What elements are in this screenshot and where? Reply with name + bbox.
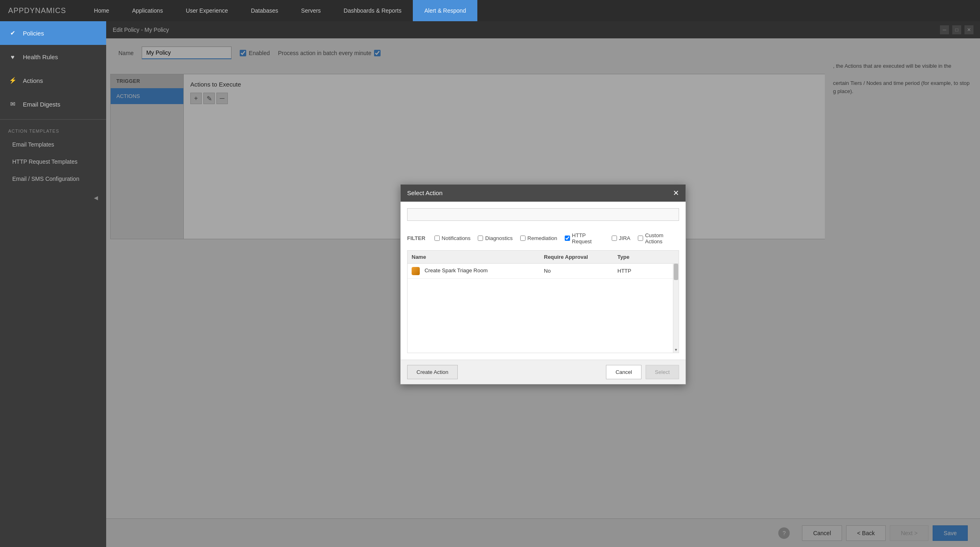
- filter-remediation-label: Remediation: [528, 235, 557, 241]
- edit-policy-window: Edit Policy - My Policy ─ □ ✕ Name Enabl…: [106, 21, 980, 547]
- modal-close-btn[interactable]: ✕: [673, 189, 679, 197]
- sidebar-item-actions[interactable]: ⚡ Actions: [0, 69, 106, 92]
- nav-home[interactable]: Home: [82, 0, 120, 21]
- modal-footer-right: Cancel Select: [606, 365, 679, 379]
- row-name-cell: Create Spark Triage Room: [412, 267, 544, 275]
- col-require-approval: Require Approval: [544, 254, 617, 260]
- sidebar-item-http-request-templates[interactable]: HTTP Request Templates: [0, 153, 106, 170]
- modal-title: Select Action: [407, 189, 443, 196]
- filter-notifications[interactable]: Notifications: [434, 235, 471, 241]
- health-rules-icon: ♥: [8, 52, 17, 61]
- filter-http-request[interactable]: HTTP Request: [565, 232, 604, 245]
- search-wrapper: 🔍: [407, 208, 679, 227]
- modal-select-btn[interactable]: Select: [646, 365, 679, 379]
- table-scrollbar[interactable]: ▲ ▼: [673, 264, 679, 353]
- modal-header: Select Action ✕: [401, 185, 686, 202]
- sidebar-label-actions: Actions: [23, 77, 43, 84]
- filter-http-request-label: HTTP Request: [572, 232, 604, 245]
- filter-jira-label: JIRA: [619, 235, 630, 241]
- filter-custom-actions[interactable]: Custom Actions: [638, 232, 679, 245]
- sidebar-item-health-rules[interactable]: ♥ Health Rules: [0, 45, 106, 69]
- modal-body: 🔍 FILTER Notifications: [401, 202, 686, 360]
- table-header: Name Require Approval Type: [407, 250, 679, 263]
- app-logo: APPDYNAMICS: [8, 7, 66, 15]
- modal-cancel-btn[interactable]: Cancel: [606, 365, 641, 379]
- filter-notifications-cb[interactable]: [434, 236, 440, 241]
- filter-jira[interactable]: JIRA: [612, 235, 630, 241]
- logo-bold: APP: [8, 7, 24, 15]
- filter-remediation[interactable]: Remediation: [520, 235, 557, 241]
- nav-servers[interactable]: Servers: [290, 0, 332, 21]
- table-row[interactable]: Create Spark Triage Room No HTTP: [408, 264, 679, 279]
- nav-applications[interactable]: Applications: [120, 0, 174, 21]
- filter-remediation-cb[interactable]: [520, 236, 526, 241]
- filter-label: FILTER: [407, 235, 425, 241]
- scroll-down-btn[interactable]: ▼: [673, 347, 679, 353]
- sidebar-collapse-btn[interactable]: ◀: [0, 187, 106, 208]
- filter-http-request-cb[interactable]: [565, 236, 570, 241]
- sidebar-label-email-digests: Email Digests: [23, 101, 60, 108]
- policies-icon: ✔: [8, 29, 17, 38]
- sidebar-label-health-rules: Health Rules: [23, 53, 58, 60]
- nav-alert-respond[interactable]: Alert & Respond: [413, 0, 477, 21]
- filter-custom-actions-label: Custom Actions: [645, 232, 679, 245]
- col-scroll-spacer: [666, 254, 675, 260]
- collapse-icon: ◀: [94, 195, 98, 201]
- filter-notifications-label: Notifications: [442, 235, 471, 241]
- sidebar-item-email-templates[interactable]: Email Templates: [0, 136, 106, 153]
- nav-user-experience[interactable]: User Experience: [174, 0, 240, 21]
- content-area: Edit Policy - My Policy ─ □ ✕ Name Enabl…: [106, 21, 980, 547]
- col-type: Type: [617, 254, 666, 260]
- row-approval-cell: No: [544, 268, 617, 274]
- sidebar-item-email-digests[interactable]: ✉ Email Digests: [0, 92, 106, 116]
- actions-icon: ⚡: [8, 76, 17, 85]
- select-action-modal: Select Action ✕ 🔍 FILTER: [400, 184, 686, 385]
- email-digests-icon: ✉: [8, 100, 17, 109]
- action-search-input[interactable]: [407, 208, 679, 221]
- modal-footer: Create Action Cancel Select: [401, 360, 686, 384]
- col-name: Name: [412, 254, 544, 260]
- spark-icon: [412, 267, 420, 275]
- top-nav: APPDYNAMICS Home Applications User Exper…: [0, 0, 980, 21]
- main-layout: ✔ Policies ♥ Health Rules ⚡ Actions ✉ Em…: [0, 21, 980, 547]
- nav-databases[interactable]: Databases: [239, 0, 290, 21]
- table-body[interactable]: Create Spark Triage Room No HTTP ▲ ▼: [407, 263, 679, 353]
- scroll-thumb[interactable]: [674, 264, 678, 280]
- sidebar-section-title: ACTION TEMPLATES: [0, 123, 106, 136]
- filter-diagnostics[interactable]: Diagnostics: [478, 235, 512, 241]
- filter-custom-actions-cb[interactable]: [638, 236, 643, 241]
- filter-row: FILTER Notifications Diagnostics: [407, 232, 679, 245]
- filter-jira-cb[interactable]: [612, 236, 617, 241]
- logo-light: DYNAMICS: [24, 7, 66, 15]
- row-name-label: Create Spark Triage Room: [425, 267, 488, 274]
- sidebar-label-policies: Policies: [23, 30, 44, 37]
- modal-overlay: Select Action ✕ 🔍 FILTER: [106, 21, 980, 547]
- filter-diagnostics-label: Diagnostics: [485, 235, 512, 241]
- filter-diagnostics-cb[interactable]: [478, 236, 483, 241]
- sidebar-item-email-sms-config[interactable]: Email / SMS Configuration: [0, 170, 106, 187]
- sidebar-divider: [0, 119, 106, 120]
- sidebar-item-policies[interactable]: ✔ Policies: [0, 21, 106, 45]
- sidebar: ✔ Policies ♥ Health Rules ⚡ Actions ✉ Em…: [0, 21, 106, 547]
- nav-dashboards[interactable]: Dashboards & Reports: [332, 0, 413, 21]
- row-type-cell: HTTP: [617, 268, 666, 274]
- create-action-btn[interactable]: Create Action: [407, 365, 458, 379]
- nav-items: Home Applications User Experience Databa…: [82, 0, 477, 21]
